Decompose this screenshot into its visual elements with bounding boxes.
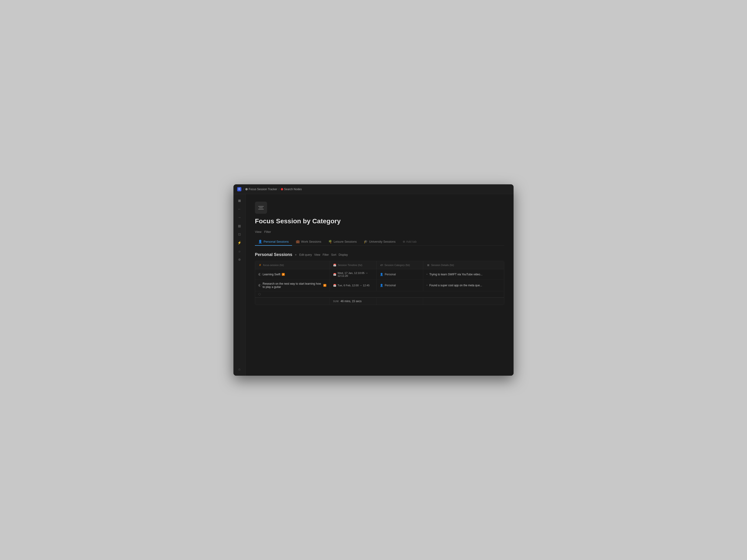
breadcrumb-search-icon xyxy=(281,188,283,190)
page-icon xyxy=(255,202,267,214)
back-icon[interactable]: ← xyxy=(236,205,243,213)
guitar-research-details-cell: • Found a super cool app on the meta que… xyxy=(423,280,504,291)
leisure-tab-icon: 🌴 xyxy=(328,240,332,243)
guitar-research-name-cell: Research on the nest way to start learni… xyxy=(255,280,330,291)
guitar-research-timeline-cell: 📅 Tue, 6 Feb, 12:00 → 12:45 xyxy=(330,280,377,291)
breadcrumb-search-nodes[interactable]: Search Nodes xyxy=(281,188,302,191)
app-icon: C xyxy=(237,187,241,191)
breadcrumb-tracker-icon xyxy=(246,188,248,190)
learning-swift-row[interactable]: Learning Swift # 📅 Wed, 17 Jan, 12:10:05… xyxy=(255,269,504,280)
learning-swift-tag: # xyxy=(282,273,285,276)
cal-icon-2: 📅 xyxy=(333,284,336,287)
tag-col-icon: 🏷 xyxy=(380,263,383,267)
bolt-icon[interactable]: ⚡ xyxy=(236,239,243,246)
session-timeline-col-header: 📅 Session Timeline (fst) xyxy=(330,261,377,269)
empty-circle xyxy=(258,293,261,295)
edit-query-btn[interactable]: Edit query xyxy=(299,253,312,257)
breadcrumb-focus-tracker[interactable]: Focus Session Tracker xyxy=(246,188,277,191)
personal-tab[interactable]: 👤 Personal Sessions xyxy=(255,238,292,246)
inbox-icon[interactable]: ⊡ xyxy=(236,231,243,238)
calendar-icon[interactable]: ▦ xyxy=(236,222,243,230)
sum-empty-2 xyxy=(423,298,504,305)
add-tab-icon: ⊕ xyxy=(403,240,405,243)
icon-line-1 xyxy=(258,206,264,207)
empty-row[interactable] xyxy=(255,291,504,297)
search-icon[interactable]: ⌕ xyxy=(236,247,243,255)
section-actions: Edit query View Filter Sort Display xyxy=(299,253,348,257)
filter-button[interactable]: Filter xyxy=(264,230,271,234)
work-tab[interactable]: 💼 Work Sessions xyxy=(292,238,325,246)
table-header: # focus-session (fst) 📅 Session Timeline… xyxy=(255,261,504,269)
layout-icon[interactable]: ⊞ xyxy=(236,197,243,205)
sum-label-cell xyxy=(255,298,330,305)
person-icon-1: 👤 xyxy=(380,273,383,276)
add-tab-button[interactable]: ⊕ Add tab xyxy=(400,238,420,245)
sum-value-cell: SUM 46 mins, 15 secs xyxy=(330,298,377,305)
bullet-2: • xyxy=(427,284,428,287)
sum-empty-1 xyxy=(377,298,423,305)
pin-icon[interactable]: ⊕ xyxy=(236,256,243,263)
guitar-research-tag: # xyxy=(323,284,326,287)
university-tab-icon: 🎓 xyxy=(364,240,368,243)
section-title: Personal Sessions xyxy=(255,252,292,257)
learning-swift-details-cell: • Trying to learn SWIFT via YouTube vide… xyxy=(423,269,504,279)
row-circle-2 xyxy=(258,284,261,287)
section-display-btn[interactable]: Display xyxy=(339,253,348,257)
row-circle-1 xyxy=(258,273,261,276)
section-dot xyxy=(295,254,297,256)
bullet-1: • xyxy=(427,273,428,276)
guitar-research-row[interactable]: Research on the nest way to start learni… xyxy=(255,280,504,291)
section-sort-btn[interactable]: Sort xyxy=(331,253,336,257)
session-category-col-header: 🏷 Session Category (fst) xyxy=(377,261,423,269)
section-view-btn[interactable]: View xyxy=(314,253,320,257)
person-icon-2: 👤 xyxy=(380,284,383,287)
page-title: Focus Session by Category xyxy=(255,217,504,225)
focus-session-col-header: # focus-session (fst) xyxy=(255,261,330,269)
forward-icon[interactable]: → xyxy=(236,214,243,221)
work-tab-icon: 💼 xyxy=(296,240,300,243)
guitar-research-category-cell: 👤 Personal xyxy=(377,280,423,291)
section-filter-btn[interactable]: Filter xyxy=(323,253,329,257)
tabs-bar: 👤 Personal Sessions 💼 Work Sessions 🌴 Le… xyxy=(255,238,504,246)
title-bar: C / Focus Session Tracker / Search Nodes xyxy=(233,184,514,194)
leisure-tab[interactable]: 🌴 Leisure Sessions xyxy=(325,238,360,246)
icon-line-2 xyxy=(259,208,263,208)
calendar-col-icon: 📅 xyxy=(333,263,336,267)
icon-line-3 xyxy=(258,209,264,210)
sidebar: ⊞ ← → ▦ ⊡ ⚡ ⌕ ⊕ ⌂ xyxy=(233,194,246,376)
breadcrumb-sep-2: / xyxy=(279,188,279,191)
session-details-col-header: ⊞ Session Details (fst) xyxy=(423,261,504,269)
section-header: Personal Sessions Edit query View Filter… xyxy=(255,252,504,257)
university-tab[interactable]: 🎓 University Sessions xyxy=(360,238,399,246)
breadcrumb: / Focus Session Tracker / Search Nodes xyxy=(243,188,302,191)
view-filter-bar: View Filter xyxy=(255,230,504,234)
hash-icon: # xyxy=(258,263,262,267)
learning-swift-name-cell: Learning Swift # xyxy=(255,269,330,279)
home-icon[interactable]: ⌂ xyxy=(236,365,243,373)
data-table: # focus-session (fst) 📅 Session Timeline… xyxy=(255,261,504,305)
view-button[interactable]: View xyxy=(255,230,261,234)
main-content: Focus Session by Category View Filter 👤 … xyxy=(246,194,514,376)
box-col-icon: ⊞ xyxy=(427,263,430,267)
learning-swift-category-cell: 👤 Personal xyxy=(377,269,423,279)
cal-icon-1: 📅 xyxy=(333,273,336,276)
breadcrumb-sep-1: / xyxy=(243,188,244,191)
sum-row: SUM 46 mins, 15 secs xyxy=(255,297,504,305)
learning-swift-timeline-cell: 📅 Wed, 17 Jan, 12:10:05 → 12:11:20 xyxy=(330,269,377,279)
personal-tab-icon: 👤 xyxy=(258,240,262,243)
